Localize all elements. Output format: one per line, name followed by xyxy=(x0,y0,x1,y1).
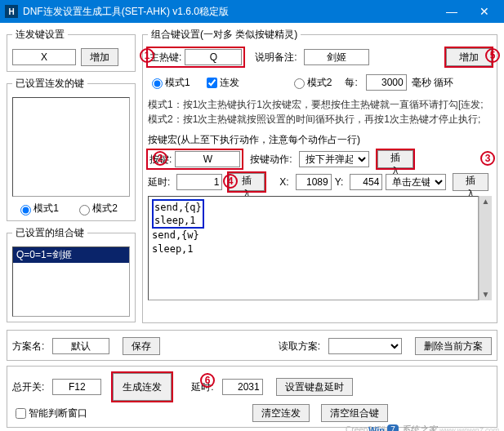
clear-turbo-button[interactable]: 清空连发 xyxy=(252,404,310,422)
right-mode1-radio[interactable]: 模式1 xyxy=(148,76,190,90)
left-mode1-radio[interactable]: 模式1 xyxy=(16,202,59,216)
watermark-brand: Win xyxy=(368,425,385,432)
scroll-down-icon[interactable]: ▼ xyxy=(480,289,492,300)
every-label: 每: xyxy=(345,76,357,90)
set-kb-delay-button[interactable]: 设置键盘延时 xyxy=(276,378,353,396)
left-mode1-radio-input[interactable] xyxy=(20,205,31,216)
turbo-keys-listbox[interactable] xyxy=(12,97,130,197)
group-combo-settings: 组合键设置(一对多 类似按键精灵) 主热键: 说明备注: 增加 1 5 xyxy=(142,28,497,323)
macro-key-input[interactable] xyxy=(175,151,240,167)
script-line: sleep,1 xyxy=(154,214,202,227)
main-hotkey-label: 主热键: xyxy=(149,51,181,64)
combo-list-item[interactable]: Q=0=1=剑姬 xyxy=(13,247,129,263)
left-mode2-radio[interactable]: 模式2 xyxy=(75,202,118,216)
repeat-checkbox-input[interactable] xyxy=(207,78,217,88)
app-icon: H xyxy=(5,5,18,18)
every-input[interactable] xyxy=(366,74,407,91)
save-scheme-button[interactable]: 保存 xyxy=(123,337,160,355)
script-line: send,{q} xyxy=(154,201,202,214)
annotation-3: 3 xyxy=(480,151,495,166)
scheme-name-label: 方案名: xyxy=(12,340,44,353)
left-mode1-label: 模式1 xyxy=(33,202,59,216)
right-mode2-label: 模式2 xyxy=(307,76,332,90)
generate-button[interactable]: 生成连发 xyxy=(113,373,172,401)
desc-line-1: 模式1：按1次主热键执行1次按键宏，要想按住主热键就一直循环请打勾[连发; xyxy=(148,97,492,112)
macro-title: 按键宏(从上至下执行动作，注意每个动作占一行) xyxy=(148,133,492,147)
clear-combo-button[interactable]: 清空组合键 xyxy=(321,404,388,422)
watermark-url: www.winwin7.com xyxy=(439,426,499,432)
watermark: Win7 系统之家 www.winwin7.com xyxy=(368,424,499,431)
script-line: sleep,1 xyxy=(152,242,475,255)
macro-delay-input[interactable] xyxy=(176,174,222,190)
right-mode1-radio-input[interactable] xyxy=(152,78,163,89)
smart-window-checkbox-input[interactable] xyxy=(16,408,26,419)
x-input[interactable] xyxy=(296,174,332,190)
x-label: X: xyxy=(279,176,288,188)
repeat-checkbox[interactable]: 连发 xyxy=(203,75,239,91)
right-mode2-radio-input[interactable] xyxy=(294,78,305,89)
watermark-seven-icon: 7 xyxy=(387,424,399,432)
main-hotkey-input[interactable] xyxy=(185,49,242,65)
desc-line-2: 模式2：按1次主热键就按照设置的时间循环执行，再按1次主热键才停止执行; xyxy=(148,112,492,127)
group-master: 总开关: 生成连发 6 延时: 设置键盘延时 智能判断窗口 清空连发 清空组合键 xyxy=(7,366,497,428)
global-delay-label: 延时: xyxy=(191,380,213,394)
note-input[interactable] xyxy=(304,49,369,65)
mouse-action-select[interactable]: 单击左键 xyxy=(386,174,446,190)
master-switch-label: 总开关: xyxy=(12,380,44,394)
watermark-text: 系统之家 xyxy=(401,424,437,431)
key-action-select[interactable]: 按下并弹起 xyxy=(299,151,369,167)
turbo-add-button[interactable]: 增加 xyxy=(81,48,118,66)
right-mode2-radio[interactable]: 模式2 xyxy=(290,76,332,90)
load-scheme-label: 读取方案: xyxy=(279,340,320,353)
smart-window-label: 智能判断窗口 xyxy=(29,407,87,420)
scroll-up-icon[interactable]: ▲ xyxy=(480,196,492,207)
combo-add-button[interactable]: 增加 xyxy=(446,48,492,66)
delete-scheme-button[interactable]: 删除当前方案 xyxy=(415,337,492,355)
right-mode1-label: 模式1 xyxy=(165,76,190,90)
group-combo-settings-title: 组合键设置(一对多 类似按键精灵) xyxy=(148,28,301,42)
close-button[interactable]: ✕ xyxy=(468,0,501,23)
scheme-name-input[interactable] xyxy=(52,338,109,354)
repeat-label: 连发 xyxy=(220,76,239,90)
y-label: Y: xyxy=(335,176,344,188)
load-scheme-select[interactable] xyxy=(328,338,402,354)
every-unit: 毫秒 循环 xyxy=(412,76,453,90)
note-label: 说明备注: xyxy=(255,51,297,64)
script-scrollbar[interactable]: ▲ ▼ xyxy=(479,196,492,300)
key-action-label: 按键动作: xyxy=(250,153,292,167)
insert-delay-button[interactable]: 插入 xyxy=(229,173,265,191)
left-mode2-label: 模式2 xyxy=(92,202,118,216)
group-set-combo-keys-title: 已设置的组合键 xyxy=(12,226,87,240)
group-set-turbo-keys-title: 已设置连发的键 xyxy=(12,77,87,91)
group-set-turbo-keys: 已设置连发的键 模式1 模式2 xyxy=(7,77,136,221)
smart-window-checkbox[interactable]: 智能判断窗口 xyxy=(12,406,87,421)
group-turbo-key-title: 连发键设置 xyxy=(12,28,68,42)
insert-key-button[interactable]: 插入 xyxy=(377,150,413,168)
group-set-combo-keys: 已设置的组合键 Q=0=1=剑姬 xyxy=(7,226,136,322)
group-scheme: 方案名: 保存 读取方案: 删除当前方案 xyxy=(7,330,497,361)
script-line: send,{w} xyxy=(152,229,475,242)
group-turbo-key: 连发键设置 增加 xyxy=(7,28,136,72)
turbo-key-input[interactable] xyxy=(12,49,76,65)
global-delay-input[interactable] xyxy=(222,379,263,395)
window-title: DNF连发设置生成工具(SET-AHK) v1.6.0稳定版 xyxy=(23,5,435,19)
titlebar: H DNF连发设置生成工具(SET-AHK) v1.6.0稳定版 — ✕ xyxy=(0,0,504,23)
insert-mouse-button[interactable]: 插入 xyxy=(453,173,488,191)
client-area: 连发键设置 增加 已设置连发的键 模式1 模式2 xyxy=(0,23,504,431)
macro-key-label: 按键: xyxy=(149,153,172,167)
combo-keys-listbox[interactable]: Q=0=1=剑姬 xyxy=(12,247,130,317)
macro-script-area[interactable]: send,{q} sleep,1 send,{w} sleep,1 xyxy=(148,196,479,300)
macro-delay-label: 延时: xyxy=(148,176,170,189)
master-switch-input[interactable] xyxy=(52,379,101,395)
minimize-button[interactable]: — xyxy=(435,0,468,23)
y-input[interactable] xyxy=(350,174,382,190)
left-mode2-radio-input[interactable] xyxy=(79,205,90,216)
